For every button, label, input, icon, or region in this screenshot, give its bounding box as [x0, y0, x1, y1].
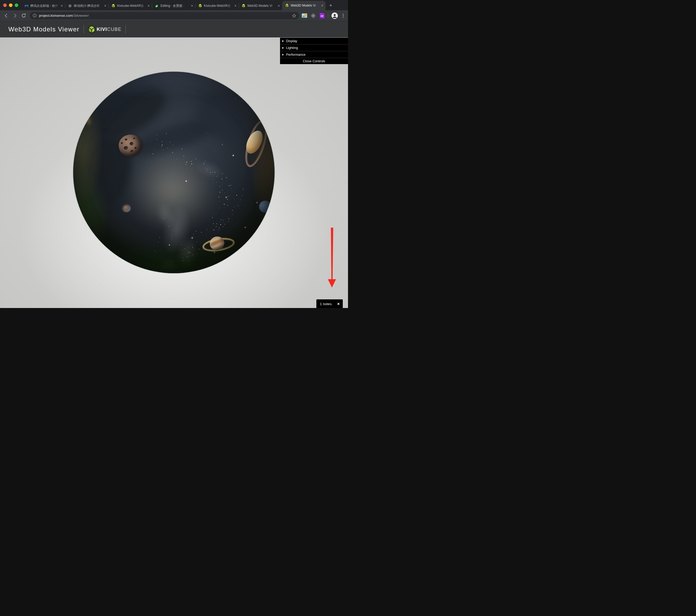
axure-rp-extension-icon[interactable]: RP	[319, 13, 325, 18]
url-host: project.kivisense.com	[39, 14, 73, 17]
site-info-icon[interactable]	[32, 13, 37, 18]
model-viewport[interactable]	[73, 72, 274, 273]
browser-window: 腾讯企业邮箱 - 收件 ✕ 移动统计-腾讯分析 ✕ Kivicube-WebXR…	[0, 0, 348, 308]
tab-strip: 腾讯企业邮箱 - 收件 ✕ 移动统计-腾讯分析 ✕ Kivicube-WebXR…	[22, 0, 334, 10]
toast-close-icon[interactable]: ✕	[337, 302, 340, 306]
app-header: Web3D Models Viewer KIVICUBE	[0, 21, 348, 37]
tab-web3d-viewer-active[interactable]: Web3D Models Vi ✕	[282, 1, 326, 10]
tab-mobile-analytics[interactable]: 移动统计-腾讯分析 ✕	[65, 1, 109, 10]
zoom-window-button[interactable]	[15, 3, 18, 7]
brand-primary: KIVI	[97, 27, 107, 32]
tab-editing-panorama[interactable]: Editing · 全景图 · ✕	[152, 1, 195, 10]
viewer-stage: Display Lighting Performance Close Contr…	[0, 37, 348, 308]
tab-title: Web3D Models Vi	[247, 4, 276, 7]
tab-close-icon[interactable]: ✕	[61, 4, 63, 7]
kivicube-logo: KIVICUBE	[88, 26, 122, 33]
forward-button[interactable]	[11, 12, 18, 19]
kivicube-cube-icon	[88, 26, 95, 33]
locator-extension-icon[interactable]	[311, 13, 316, 18]
reload-button[interactable]	[20, 12, 27, 19]
folder-label: Display	[286, 39, 297, 43]
tab-close-icon[interactable]: ✕	[234, 4, 237, 7]
browser-menu-icon[interactable]	[341, 14, 345, 17]
annotation-arrow-down	[327, 227, 337, 289]
kivicube-icon	[198, 4, 202, 8]
notes-toast: 1 notes. ✕	[316, 299, 343, 308]
kivicube-icon	[241, 4, 246, 8]
tab-title: Kivicube-WebXR在	[204, 4, 233, 8]
close-window-button[interactable]	[3, 3, 7, 7]
sphere-vignette	[73, 72, 274, 273]
tab-title: 腾讯企业邮箱 - 收件	[30, 4, 59, 8]
tab-title: Kivicube-WebXR在	[117, 4, 146, 8]
url-text[interactable]: project.kivisense.com/3dviewer/	[39, 14, 292, 17]
chevron-right-icon	[282, 40, 284, 42]
brand-secondary: CUBE	[107, 27, 122, 32]
back-button[interactable]	[3, 12, 10, 19]
close-controls-button[interactable]: Close Controls	[280, 58, 348, 64]
browser-toolbar: project.kivisense.com/3dviewer/ RP	[0, 10, 348, 21]
tab-close-icon[interactable]: ✕	[147, 4, 150, 7]
toast-message: 1 notes.	[320, 302, 333, 306]
tencent-exmail-icon	[24, 4, 29, 8]
tab-web3d-viewer-1[interactable]: Web3D Models Vi ✕	[239, 1, 282, 10]
kivicube-icon	[111, 4, 115, 8]
brand-wordmark: KIVICUBE	[97, 27, 122, 32]
image-downloader-extension-icon[interactable]	[302, 13, 307, 18]
url-path: /3dviewer/	[73, 14, 89, 17]
chevron-right-icon	[282, 47, 284, 49]
toolbar-separator	[328, 13, 328, 18]
tab-kivicube-webxr-2[interactable]: Kivicube-WebXR在 ✕	[195, 1, 239, 10]
chevron-right-icon	[282, 53, 284, 56]
tab-kivicube-webxr-1[interactable]: Kivicube-WebXR在 ✕	[109, 1, 152, 10]
globe-icon	[68, 4, 72, 8]
folder-performance[interactable]: Performance	[280, 51, 348, 58]
address-bar[interactable]: project.kivisense.com/3dviewer/	[30, 12, 299, 19]
page-title: Web3D Models Viewer	[9, 26, 79, 33]
tab-close-icon[interactable]: ✕	[278, 4, 280, 7]
close-controls-label: Close Controls	[303, 59, 325, 63]
profile-avatar[interactable]	[332, 13, 338, 19]
folder-display[interactable]: Display	[280, 38, 348, 45]
extensions-area: RP	[302, 13, 345, 19]
kivicube-icon	[285, 3, 289, 7]
tab-close-icon[interactable]: ✕	[104, 4, 107, 7]
tab-close-icon[interactable]: ✕	[191, 4, 193, 7]
tab-title: 移动统计-腾讯分析	[74, 4, 102, 8]
new-tab-button[interactable]: +	[327, 2, 334, 9]
folder-lighting[interactable]: Lighting	[280, 45, 348, 51]
folder-label: Lighting	[286, 46, 298, 50]
window-controls	[3, 3, 18, 7]
tab-title: Web3D Models Vi	[291, 4, 319, 7]
tab-close-icon[interactable]: ✕	[321, 4, 323, 7]
bird-icon	[155, 4, 159, 8]
tab-title: Editing · 全景图 ·	[160, 4, 189, 8]
minimize-window-button[interactable]	[9, 3, 13, 7]
bookmark-star-icon[interactable]	[292, 13, 297, 18]
svg-text:RP: RP	[321, 15, 324, 17]
folder-label: Performance	[286, 52, 305, 57]
tab-bar: 腾讯企业邮箱 - 收件 ✕ 移动统计-腾讯分析 ✕ Kivicube-WebXR…	[0, 0, 348, 10]
tab-tencent-mail[interactable]: 腾讯企业邮箱 - 收件 ✕	[22, 1, 65, 10]
controls-panel: Display Lighting Performance Close Contr…	[280, 38, 348, 64]
